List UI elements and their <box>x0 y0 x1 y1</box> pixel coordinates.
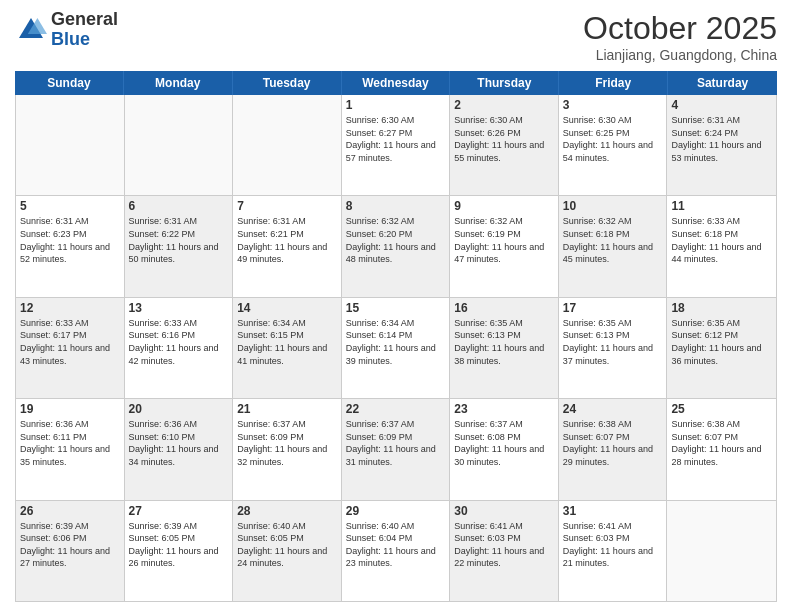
calendar-empty-cell <box>233 95 342 195</box>
day-number: 12 <box>20 301 120 315</box>
header: General Blue October 2025 Lianjiang, Gua… <box>15 10 777 63</box>
header-day-monday: Monday <box>124 71 233 95</box>
day-number: 26 <box>20 504 120 518</box>
calendar-day-28: 28Sunrise: 6:40 AMSunset: 6:05 PMDayligh… <box>233 501 342 601</box>
cell-info: Sunrise: 6:39 AMSunset: 6:05 PMDaylight:… <box>129 520 229 570</box>
day-number: 6 <box>129 199 229 213</box>
cell-info: Sunrise: 6:32 AMSunset: 6:18 PMDaylight:… <box>563 215 663 265</box>
cell-info: Sunrise: 6:38 AMSunset: 6:07 PMDaylight:… <box>671 418 772 468</box>
day-number: 8 <box>346 199 446 213</box>
location: Lianjiang, Guangdong, China <box>583 47 777 63</box>
header-day-thursday: Thursday <box>450 71 559 95</box>
cell-info: Sunrise: 6:35 AMSunset: 6:12 PMDaylight:… <box>671 317 772 367</box>
day-number: 24 <box>563 402 663 416</box>
cell-info: Sunrise: 6:32 AMSunset: 6:19 PMDaylight:… <box>454 215 554 265</box>
calendar-day-26: 26Sunrise: 6:39 AMSunset: 6:06 PMDayligh… <box>16 501 125 601</box>
cell-info: Sunrise: 6:34 AMSunset: 6:14 PMDaylight:… <box>346 317 446 367</box>
cell-info: Sunrise: 6:31 AMSunset: 6:24 PMDaylight:… <box>671 114 772 164</box>
cell-info: Sunrise: 6:33 AMSunset: 6:16 PMDaylight:… <box>129 317 229 367</box>
logo-icon <box>15 14 47 46</box>
day-number: 2 <box>454 98 554 112</box>
calendar-day-18: 18Sunrise: 6:35 AMSunset: 6:12 PMDayligh… <box>667 298 776 398</box>
calendar-day-31: 31Sunrise: 6:41 AMSunset: 6:03 PMDayligh… <box>559 501 668 601</box>
day-number: 18 <box>671 301 772 315</box>
calendar-week-5: 26Sunrise: 6:39 AMSunset: 6:06 PMDayligh… <box>16 501 776 601</box>
calendar-day-10: 10Sunrise: 6:32 AMSunset: 6:18 PMDayligh… <box>559 196 668 296</box>
month-title: October 2025 <box>583 10 777 47</box>
calendar-day-6: 6Sunrise: 6:31 AMSunset: 6:22 PMDaylight… <box>125 196 234 296</box>
page: General Blue October 2025 Lianjiang, Gua… <box>0 0 792 612</box>
cell-info: Sunrise: 6:36 AMSunset: 6:11 PMDaylight:… <box>20 418 120 468</box>
calendar-day-29: 29Sunrise: 6:40 AMSunset: 6:04 PMDayligh… <box>342 501 451 601</box>
day-number: 17 <box>563 301 663 315</box>
logo-blue: Blue <box>51 30 118 50</box>
calendar-day-23: 23Sunrise: 6:37 AMSunset: 6:08 PMDayligh… <box>450 399 559 499</box>
calendar-day-24: 24Sunrise: 6:38 AMSunset: 6:07 PMDayligh… <box>559 399 668 499</box>
day-number: 3 <box>563 98 663 112</box>
cell-info: Sunrise: 6:35 AMSunset: 6:13 PMDaylight:… <box>563 317 663 367</box>
cell-info: Sunrise: 6:39 AMSunset: 6:06 PMDaylight:… <box>20 520 120 570</box>
calendar-day-1: 1Sunrise: 6:30 AMSunset: 6:27 PMDaylight… <box>342 95 451 195</box>
cell-info: Sunrise: 6:36 AMSunset: 6:10 PMDaylight:… <box>129 418 229 468</box>
day-number: 14 <box>237 301 337 315</box>
cell-info: Sunrise: 6:30 AMSunset: 6:27 PMDaylight:… <box>346 114 446 164</box>
cell-info: Sunrise: 6:40 AMSunset: 6:04 PMDaylight:… <box>346 520 446 570</box>
calendar-day-25: 25Sunrise: 6:38 AMSunset: 6:07 PMDayligh… <box>667 399 776 499</box>
cell-info: Sunrise: 6:41 AMSunset: 6:03 PMDaylight:… <box>454 520 554 570</box>
cell-info: Sunrise: 6:33 AMSunset: 6:17 PMDaylight:… <box>20 317 120 367</box>
calendar-day-16: 16Sunrise: 6:35 AMSunset: 6:13 PMDayligh… <box>450 298 559 398</box>
calendar-day-20: 20Sunrise: 6:36 AMSunset: 6:10 PMDayligh… <box>125 399 234 499</box>
cell-info: Sunrise: 6:30 AMSunset: 6:26 PMDaylight:… <box>454 114 554 164</box>
cell-info: Sunrise: 6:33 AMSunset: 6:18 PMDaylight:… <box>671 215 772 265</box>
day-number: 16 <box>454 301 554 315</box>
cell-info: Sunrise: 6:37 AMSunset: 6:09 PMDaylight:… <box>346 418 446 468</box>
day-number: 11 <box>671 199 772 213</box>
calendar-day-7: 7Sunrise: 6:31 AMSunset: 6:21 PMDaylight… <box>233 196 342 296</box>
header-day-friday: Friday <box>559 71 668 95</box>
day-number: 31 <box>563 504 663 518</box>
cell-info: Sunrise: 6:30 AMSunset: 6:25 PMDaylight:… <box>563 114 663 164</box>
calendar-week-1: 1Sunrise: 6:30 AMSunset: 6:27 PMDaylight… <box>16 95 776 196</box>
cell-info: Sunrise: 6:41 AMSunset: 6:03 PMDaylight:… <box>563 520 663 570</box>
cell-info: Sunrise: 6:35 AMSunset: 6:13 PMDaylight:… <box>454 317 554 367</box>
cell-info: Sunrise: 6:31 AMSunset: 6:23 PMDaylight:… <box>20 215 120 265</box>
day-number: 4 <box>671 98 772 112</box>
calendar-day-13: 13Sunrise: 6:33 AMSunset: 6:16 PMDayligh… <box>125 298 234 398</box>
day-number: 30 <box>454 504 554 518</box>
cell-info: Sunrise: 6:31 AMSunset: 6:22 PMDaylight:… <box>129 215 229 265</box>
calendar-week-2: 5Sunrise: 6:31 AMSunset: 6:23 PMDaylight… <box>16 196 776 297</box>
day-number: 28 <box>237 504 337 518</box>
calendar-day-2: 2Sunrise: 6:30 AMSunset: 6:26 PMDaylight… <box>450 95 559 195</box>
calendar-header: SundayMondayTuesdayWednesdayThursdayFrid… <box>15 71 777 95</box>
cell-info: Sunrise: 6:37 AMSunset: 6:08 PMDaylight:… <box>454 418 554 468</box>
logo-general: General <box>51 10 118 30</box>
calendar-day-27: 27Sunrise: 6:39 AMSunset: 6:05 PMDayligh… <box>125 501 234 601</box>
calendar-day-19: 19Sunrise: 6:36 AMSunset: 6:11 PMDayligh… <box>16 399 125 499</box>
title-block: October 2025 Lianjiang, Guangdong, China <box>583 10 777 63</box>
calendar: SundayMondayTuesdayWednesdayThursdayFrid… <box>15 71 777 602</box>
calendar-week-3: 12Sunrise: 6:33 AMSunset: 6:17 PMDayligh… <box>16 298 776 399</box>
calendar-empty-cell <box>667 501 776 601</box>
cell-info: Sunrise: 6:38 AMSunset: 6:07 PMDaylight:… <box>563 418 663 468</box>
day-number: 27 <box>129 504 229 518</box>
calendar-day-15: 15Sunrise: 6:34 AMSunset: 6:14 PMDayligh… <box>342 298 451 398</box>
calendar-day-4: 4Sunrise: 6:31 AMSunset: 6:24 PMDaylight… <box>667 95 776 195</box>
cell-info: Sunrise: 6:37 AMSunset: 6:09 PMDaylight:… <box>237 418 337 468</box>
cell-info: Sunrise: 6:32 AMSunset: 6:20 PMDaylight:… <box>346 215 446 265</box>
calendar-day-3: 3Sunrise: 6:30 AMSunset: 6:25 PMDaylight… <box>559 95 668 195</box>
day-number: 22 <box>346 402 446 416</box>
day-number: 5 <box>20 199 120 213</box>
logo-text: General Blue <box>51 10 118 50</box>
header-day-saturday: Saturday <box>668 71 777 95</box>
day-number: 1 <box>346 98 446 112</box>
calendar-day-17: 17Sunrise: 6:35 AMSunset: 6:13 PMDayligh… <box>559 298 668 398</box>
calendar-day-8: 8Sunrise: 6:32 AMSunset: 6:20 PMDaylight… <box>342 196 451 296</box>
calendar-day-22: 22Sunrise: 6:37 AMSunset: 6:09 PMDayligh… <box>342 399 451 499</box>
calendar-body: 1Sunrise: 6:30 AMSunset: 6:27 PMDaylight… <box>15 95 777 602</box>
header-day-tuesday: Tuesday <box>233 71 342 95</box>
calendar-day-5: 5Sunrise: 6:31 AMSunset: 6:23 PMDaylight… <box>16 196 125 296</box>
calendar-day-12: 12Sunrise: 6:33 AMSunset: 6:17 PMDayligh… <box>16 298 125 398</box>
header-day-sunday: Sunday <box>15 71 124 95</box>
day-number: 25 <box>671 402 772 416</box>
calendar-empty-cell <box>16 95 125 195</box>
